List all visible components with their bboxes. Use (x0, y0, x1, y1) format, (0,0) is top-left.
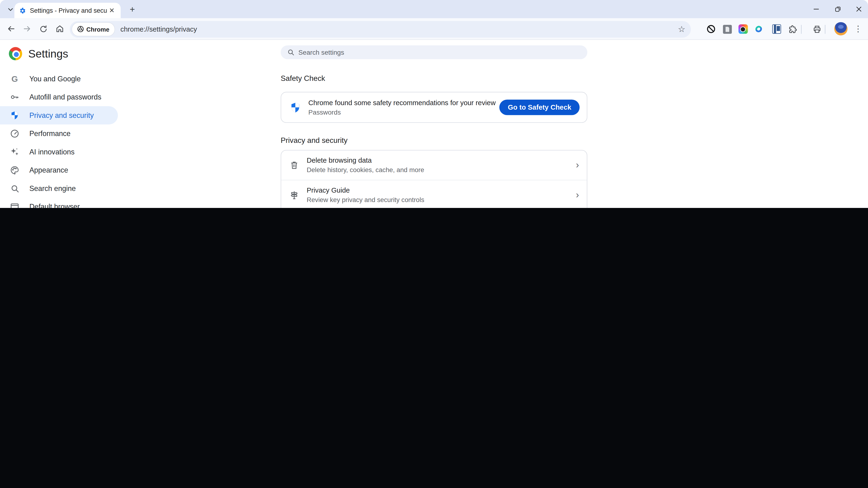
extensions-puzzle-icon[interactable] (786, 23, 799, 35)
sidebar-item-privacy-security[interactable]: Privacy and security (0, 106, 118, 125)
print-icon[interactable] (811, 23, 823, 35)
toolbar-separator (825, 25, 825, 33)
safety-check-message: Chrome found some safety recommendations… (308, 99, 496, 106)
chevron-right-icon: › (576, 190, 579, 201)
window-close-button[interactable] (851, 2, 866, 16)
swirl-extension-icon[interactable] (752, 23, 765, 35)
google-g-icon: G (9, 73, 20, 84)
sidebar-item-ai-innovations[interactable]: AI innovations (0, 143, 118, 161)
settings-search[interactable]: Search settings (281, 45, 587, 59)
search-icon (287, 49, 294, 56)
privacy-heading: Privacy and security (281, 136, 348, 144)
site-chip-label: Chrome (86, 26, 110, 32)
browser-menu-kebab-icon[interactable]: ⋮ (851, 22, 865, 35)
camera-extension-icon[interactable] (737, 23, 749, 35)
go-to-safety-check-button[interactable]: Go to Safety Check (500, 99, 580, 115)
browser-window-icon (9, 201, 20, 208)
document-extension-icon[interactable] (721, 23, 734, 35)
tab-close-icon[interactable]: ✕ (107, 7, 116, 14)
sidebar-item-you-and-google[interactable]: G You and Google (0, 70, 118, 88)
tab-strip: Settings - Privacy and security ✕ + (0, 0, 868, 18)
forward-icon[interactable] (21, 22, 34, 35)
magnifier-icon (9, 183, 20, 194)
row-privacy-guide[interactable]: Privacy Guide Review key privacy and sec… (281, 180, 587, 208)
new-tab-button[interactable]: + (125, 2, 140, 17)
chrome-outline-icon (77, 26, 84, 33)
chevron-right-icon: › (576, 160, 579, 171)
window-restore-button[interactable] (830, 2, 845, 16)
blocker-extension-icon[interactable] (705, 23, 717, 35)
sidebar-item-search-engine[interactable]: Search engine (0, 179, 118, 197)
site-chip[interactable]: Chrome (72, 22, 115, 36)
url-text[interactable]: chrome://settings/privacy (121, 25, 678, 33)
settings-sidebar: Settings G You and Google Autofill and p… (0, 40, 119, 208)
notebook-extension-icon[interactable] (771, 23, 783, 35)
sidebar-header: Settings (9, 47, 68, 60)
window-minimize-button[interactable] (809, 2, 823, 16)
browser-toolbar: Chrome chrome://settings/privacy ☆ (0, 18, 868, 40)
reload-icon[interactable] (36, 22, 50, 35)
sidebar-item-performance[interactable]: Performance (0, 125, 118, 143)
settings-gear-icon (19, 7, 26, 14)
home-icon[interactable] (53, 22, 66, 35)
safety-shield-icon (289, 102, 301, 113)
sidebar-item-appearance[interactable]: Appearance (0, 161, 118, 179)
bookmark-star-icon[interactable]: ☆ (678, 24, 685, 34)
toolbar-separator (801, 25, 802, 33)
sidebar-item-autofill[interactable]: Autofill and passwords (0, 88, 118, 106)
speedometer-icon (9, 128, 20, 139)
sidebar-item-default-browser[interactable]: Default browser (0, 198, 118, 208)
safety-check-card: Chrome found some safety recommendations… (281, 92, 587, 123)
privacy-settings-list: Delete browsing data Delete history, coo… (281, 150, 587, 208)
search-placeholder: Search settings (299, 48, 344, 56)
signpost-icon (288, 189, 300, 201)
shield-icon (9, 110, 20, 121)
palette-icon (9, 165, 20, 175)
row-delete-browsing-data[interactable]: Delete browsing data Delete history, coo… (281, 151, 587, 180)
address-bar[interactable]: Chrome chrome://settings/privacy ☆ (70, 21, 691, 37)
profile-avatar[interactable] (834, 22, 847, 35)
browser-tab[interactable]: Settings - Privacy and security ✕ (14, 3, 121, 19)
back-icon[interactable] (4, 22, 18, 35)
sparkle-icon (9, 147, 20, 157)
screen: Settings - Privacy and security ✕ + (0, 0, 868, 208)
page-title: Settings (28, 47, 68, 60)
safety-check-texts: Chrome found some safety recommendations… (308, 99, 496, 116)
safety-check-heading: Safety Check (281, 74, 325, 82)
tab-title: Settings - Privacy and security (30, 7, 107, 14)
key-icon (9, 92, 20, 102)
chrome-logo-icon (9, 47, 22, 60)
trash-icon (288, 159, 300, 171)
safety-check-detail: Passwords (308, 108, 496, 116)
